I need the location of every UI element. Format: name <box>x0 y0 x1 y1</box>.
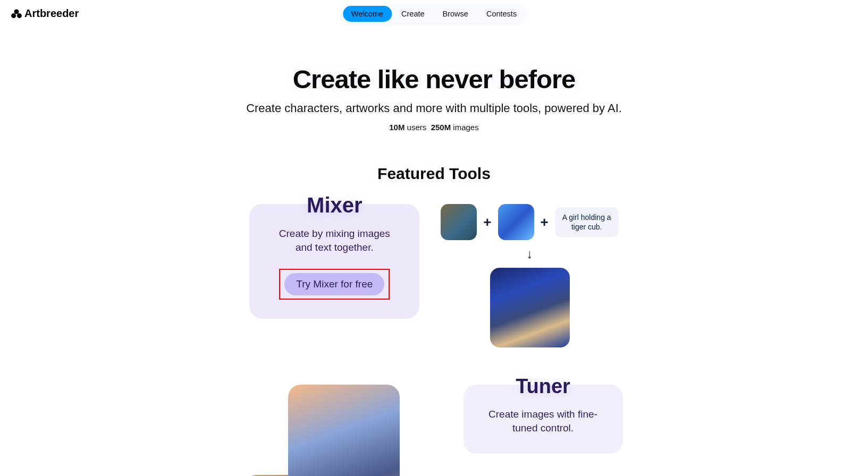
mixer-visual: + + A girl holding a tiger cub. ↓ <box>441 204 618 347</box>
stat-images-label: images <box>451 123 479 132</box>
stat-users-value: 10M <box>389 123 404 132</box>
plus-icon: + <box>541 214 549 231</box>
mixer-result-image <box>490 268 570 347</box>
mixer-section: Mixer Create by mixing images and text t… <box>0 204 868 347</box>
logo-text: Artbreeder <box>24 7 79 20</box>
featured-tools-title: Featured Tools <box>0 165 868 183</box>
hero-title: Create like never before <box>0 64 868 94</box>
tuner-section: Tuner Create images with fine-tuned cont… <box>0 385 868 476</box>
tuner-card: Tuner Create images with fine-tuned cont… <box>464 385 623 454</box>
stat-users-label: users <box>404 123 426 132</box>
tuner-visual <box>246 385 400 476</box>
nav-welcome[interactable]: Welcome <box>343 6 392 22</box>
plus-icon: + <box>483 214 491 231</box>
nav-contests[interactable]: Contests <box>478 6 525 22</box>
mixer-input-image-2 <box>498 204 534 240</box>
hero: Create like never before Create characte… <box>0 64 868 132</box>
hero-stats: 10M users 250M images <box>0 123 868 132</box>
mixer-input-image-1 <box>441 204 477 240</box>
mixer-title: Mixer <box>271 193 398 217</box>
mixer-description: Create by mixing images and text togethe… <box>271 227 398 254</box>
header: Artbreeder Welcome Create Browse Contest… <box>0 0 868 27</box>
tuner-description: Create images with fine-tuned control. <box>485 407 602 435</box>
nav-browse[interactable]: Browse <box>434 6 477 22</box>
logo[interactable]: Artbreeder <box>11 7 79 20</box>
tuner-title: Tuner <box>485 375 602 398</box>
nav-create[interactable]: Create <box>393 6 433 22</box>
artbreeder-logo-icon <box>11 9 22 19</box>
arrow-down-icon: ↓ <box>527 246 533 261</box>
svg-point-1 <box>11 13 16 18</box>
main-nav: Welcome Create Browse Contests <box>342 5 526 23</box>
stat-images-value: 250M <box>431 123 451 132</box>
highlight-box: Try Mixer for free <box>279 269 390 300</box>
hero-subtitle: Create characters, artworks and more wit… <box>0 101 868 115</box>
try-mixer-button[interactable]: Try Mixer for free <box>284 273 384 295</box>
tuner-portrait-large <box>288 385 400 476</box>
mixer-prompt-text: A girl holding a tiger cub. <box>555 207 619 237</box>
mixer-inputs-row: + + A girl holding a tiger cub. <box>441 204 618 240</box>
svg-point-0 <box>14 9 19 14</box>
svg-point-2 <box>17 13 22 18</box>
mixer-card: Mixer Create by mixing images and text t… <box>249 204 419 319</box>
